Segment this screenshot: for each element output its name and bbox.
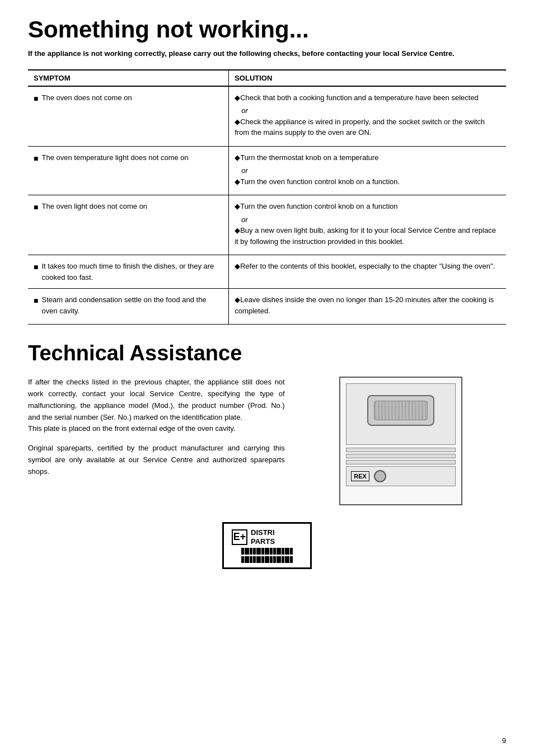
page-number: 9 (502, 736, 506, 745)
barcode (232, 548, 302, 563)
or-text: or (241, 165, 500, 176)
solution-item: ◆Leave dishes inside the oven no longer … (235, 294, 500, 316)
logo-section: E+ DISTRIPARTS (28, 522, 506, 569)
symptom-cell-3: ■It takes too much time to finish the di… (28, 255, 229, 289)
symptom-text: The oven temperature light does not come… (41, 152, 188, 163)
symptom-text: The oven does not come on (41, 92, 132, 104)
symptom-bullet: ■ (34, 93, 38, 105)
symptom-text: The oven light does not come on (41, 201, 147, 212)
rex-label: REX (351, 471, 369, 481)
table-row: ■The oven temperature light does not com… (28, 146, 506, 195)
oven-line-1 (346, 448, 456, 452)
symptom-cell-1: ■The oven temperature light does not com… (28, 146, 229, 195)
page-title: Something not working... (28, 17, 506, 43)
logo-text: DISTRIPARTS (251, 528, 275, 546)
symptom-cell-0: ■The oven does not come on (28, 86, 229, 147)
oven-burner-inner (374, 401, 428, 420)
solution-item: ◆Refer to the contents of this booklet, … (235, 261, 500, 272)
solution-cell-4: ◆Leave dishes inside the oven no longer … (229, 289, 506, 325)
solution-cell-1: ◆Turn the thermostat knob on a temperatu… (229, 146, 506, 195)
symptom-col-header: SYMPTOM (28, 70, 229, 86)
technical-section: If after the checks listed in the previo… (28, 377, 506, 505)
symptom-bullet: ■ (34, 153, 38, 165)
logo-icon: E+ (232, 529, 247, 545)
table-row: ■It takes too much time to finish the di… (28, 255, 506, 289)
symptom-bullet: ■ (34, 261, 38, 273)
or-text: or (241, 105, 500, 116)
solution-item: ◆Buy a new oven light bulb, asking for i… (235, 225, 500, 247)
solution-cell-0: ◆Check that both a cooking function and … (229, 86, 506, 147)
oven-middle (346, 448, 456, 464)
logo-top: E+ DISTRIPARTS (232, 528, 302, 546)
symptom-bullet: ■ (34, 201, 38, 213)
solution-item: ◆Turn the oven function control knob on … (235, 176, 500, 187)
solution-cell-2: ◆Turn the oven function control knob on … (229, 195, 506, 255)
tech-para2: Original spareparts, certified by the pr… (28, 443, 285, 477)
solution-item: ◆Turn the oven function control knob on … (235, 201, 500, 212)
oven-bottom: REX (346, 466, 456, 486)
symptom-text: It takes too much time to finish the dis… (41, 261, 223, 283)
table-row: ■The oven does not come on◆Check that bo… (28, 86, 506, 147)
solution-col-header: SOLUTION (229, 70, 506, 86)
distri-parts-logo: E+ DISTRIPARTS (222, 522, 312, 569)
symptom-solution-table: SYMPTOM SOLUTION ■The oven does not come… (28, 69, 506, 325)
or-text: or (241, 214, 500, 226)
oven-diagram-container: REX (296, 377, 506, 505)
solution-item: ◆Check the appliance is wired in properl… (235, 116, 500, 138)
oven-line-3 (346, 460, 456, 464)
symptom-text: Steam and condensation settle on the foo… (41, 294, 223, 316)
solution-cell-3: ◆Refer to the contents of this booklet, … (229, 255, 506, 289)
table-row: ■The oven light does not come on◆Turn th… (28, 195, 506, 255)
symptom-cell-2: ■The oven light does not come on (28, 195, 229, 255)
technical-text: If after the checks listed in the previo… (28, 377, 285, 505)
table-row: ■Steam and condensation settle on the fo… (28, 289, 506, 325)
symptom-bullet: ■ (34, 295, 38, 307)
symptom-cell-4: ■Steam and condensation settle on the fo… (28, 289, 229, 325)
tech-para1: If after the checks listed in the previo… (28, 377, 285, 435)
oven-top (346, 383, 456, 445)
oven-burner (367, 395, 434, 426)
oven-diagram: REX (339, 377, 462, 505)
oven-control-knob (374, 470, 386, 482)
oven-line-2 (346, 454, 456, 458)
intro-text: If the appliance is not working correctl… (28, 48, 506, 59)
solution-item: ◆Turn the thermostat knob on a temperatu… (235, 152, 500, 163)
solution-item: ◆Check that both a cooking function and … (235, 92, 500, 104)
technical-title: Technical Assistance (28, 341, 506, 365)
